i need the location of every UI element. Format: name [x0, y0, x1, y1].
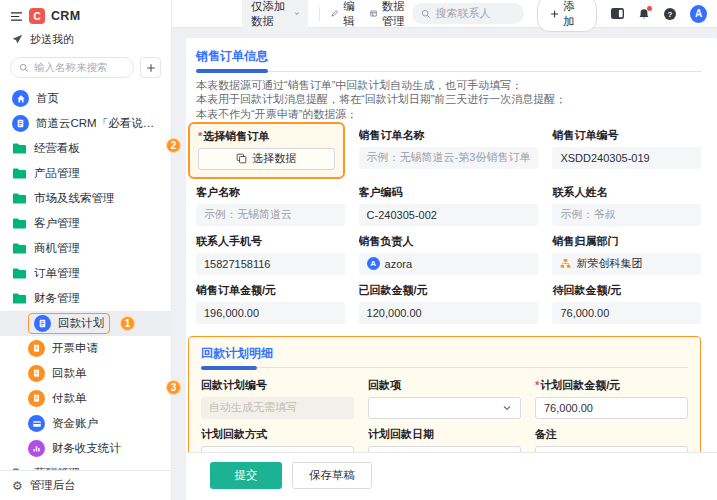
selected-item-outline: 回款计划 — [28, 313, 110, 334]
sidebar-item-finance-stats[interactable]: 财务收支统计 — [0, 436, 171, 461]
sidebar-item-label: 商机管理 — [34, 241, 80, 256]
field-label: 销售订单金额/元 — [196, 283, 345, 298]
field-order-amount: 销售订单金额/元196,000.00 — [196, 283, 345, 324]
field-placeholder: 自动生成无需填写 — [209, 400, 297, 415]
notification-dot — [647, 6, 652, 11]
add-data-mode-button[interactable]: 仅添加数据 — [242, 0, 308, 32]
required-star: * — [535, 379, 539, 391]
field-input[interactable]: 76,000.00 — [535, 397, 688, 419]
submit-button[interactable]: 提交 — [210, 462, 282, 489]
field-value: 15827158116 — [196, 253, 345, 275]
sidebar-item-salary[interactable]: 薪酬管理 — [0, 461, 171, 470]
search-icon — [19, 63, 29, 73]
sheets-icon — [236, 153, 247, 164]
field-value: 76,000.00 — [552, 302, 701, 324]
paper-plane-icon — [12, 34, 23, 45]
section1-grid: *选择销售订单选择数据销售订单名称示例：无锡简道云-第3份销售订单销售订单编号X… — [196, 128, 701, 324]
sidebar-search-input[interactable]: 输入名称来搜索 — [10, 57, 134, 78]
topbar-divider — [319, 7, 320, 21]
data-manage-label: 数据管理 — [382, 0, 412, 29]
field-label: 回款项 — [368, 378, 521, 393]
field-contact-phone: 联系人手机号15827158116 — [196, 234, 345, 275]
field-value-text: 示例：无锡简道云 — [204, 207, 292, 222]
field-select[interactable] — [368, 397, 521, 419]
doc-icon — [12, 115, 29, 132]
field-value-text: 76,000.00 — [544, 402, 593, 414]
field-label: 销售订单名称 — [359, 128, 539, 143]
sidebar-item-order[interactable]: 订单管理 — [0, 261, 171, 286]
add-button[interactable]: 添加 — [537, 0, 597, 32]
edit-label: 编辑 — [343, 0, 358, 29]
sidebar-item-opportunity[interactable]: 商机管理 — [0, 236, 171, 261]
sidebar: C CRM 抄送我的 输入名称来搜索 首页简道云CRM「必看说明」经营看板产品管… — [0, 0, 172, 500]
sidebar-item-invoice-apply[interactable]: 开票申请 — [0, 336, 171, 361]
field-input[interactable] — [535, 446, 688, 452]
callout-badge-1: 1 — [120, 316, 135, 331]
help-icon[interactable]: ? — [663, 7, 677, 21]
field-select[interactable] — [201, 446, 354, 452]
field-label: 备注 — [535, 427, 688, 442]
form-scroll-area: 销售订单信息 本表数据源可通过“销售订单”中回款计划自动生成，也可手动填写；本表… — [186, 38, 717, 452]
topbar: 仅添加数据 编辑 数据管理 搜索联系人 — [172, 0, 717, 28]
crm-logo: C — [29, 8, 45, 24]
field-date[interactable] — [368, 446, 521, 452]
field-plan-no: 回款计划编号自动生成无需填写 — [201, 378, 354, 419]
sidebar-item-dashboard[interactable]: 经营看板 — [0, 136, 171, 161]
card-icon — [28, 415, 45, 432]
folder-icon — [12, 142, 27, 155]
field-value: 120,000.00 — [359, 302, 539, 324]
field-value: C-240305-002 — [359, 204, 539, 226]
notifications-bell-icon[interactable] — [638, 8, 650, 20]
sidebar-item-label: 回款单 — [52, 366, 87, 381]
cc-me-item[interactable]: 抄送我的 — [0, 26, 171, 51]
sidebar-item-label: 订单管理 — [34, 266, 80, 281]
cc-me-label: 抄送我的 — [30, 32, 74, 47]
description-line-1: 本表数据源可通过“销售订单”中回款计划自动生成，也可手动填写； — [196, 78, 701, 92]
sidebar-item-product[interactable]: 产品管理 — [0, 161, 171, 186]
sidebar-item-admin[interactable]: ⚙ 管理后台 — [0, 470, 171, 500]
sidebar-item-fund-account[interactable]: 资金账户 — [0, 411, 171, 436]
org-chart-icon — [560, 258, 571, 269]
main-area: 仅添加数据 编辑 数据管理 搜索联系人 — [172, 0, 717, 500]
callout-badge-3: 3 — [166, 380, 181, 395]
sidebar-item-payment-plan[interactable]: 回款计划1 — [0, 311, 171, 336]
sidebar-item-market-leads[interactable]: 市场及线索管理 — [0, 186, 171, 211]
field-label: 已回款金额/元 — [359, 283, 539, 298]
member-name: azora — [385, 258, 413, 270]
field-value-text: 15827158116 — [204, 258, 270, 270]
data-manage-button[interactable]: 数据管理 — [370, 0, 412, 29]
sidebar-item-label: 财务管理 — [34, 291, 80, 306]
field-value-text: 示例：爷叔 — [560, 207, 615, 222]
select-data-button[interactable]: 选择数据 — [198, 148, 335, 170]
user-avatar[interactable]: A — [690, 5, 707, 23]
sidebar-item-home[interactable]: 首页 — [0, 86, 171, 111]
sidebar-item-label: 资金账户 — [52, 416, 98, 431]
field-label: 客户编码 — [359, 185, 539, 200]
field-remark: 备注 — [535, 427, 688, 452]
select-data-label: 选择数据 — [252, 151, 296, 166]
sidebar-item-customer[interactable]: 客户管理 — [0, 211, 171, 236]
sidebar-item-label: 市场及线索管理 — [34, 191, 115, 206]
sidebar-item-finance[interactable]: 财务管理 — [0, 286, 171, 311]
field-value: 示例：无锡简道云-第3份销售订单 — [359, 147, 539, 169]
field-value: 196,000.00 — [196, 302, 345, 324]
sidebar-item-label: 产品管理 — [34, 166, 80, 181]
brand-name: CRM — [51, 9, 80, 23]
calendar-icon — [501, 451, 512, 452]
contact-search-input[interactable]: 搜索联系人 — [412, 3, 525, 24]
add-data-mode-label: 仅添加数据 — [251, 0, 289, 29]
field-plan-method: 计划回款方式 — [201, 427, 354, 452]
field-plan-item: 回款项 — [368, 378, 521, 419]
hamburger-menu-icon[interactable] — [10, 11, 23, 22]
sidebar-item-guide[interactable]: 简道云CRM「必看说明」 — [0, 111, 171, 136]
sidebar-item-payment-bill[interactable]: 付款单 — [0, 386, 171, 411]
panel-toggle-icon[interactable] — [610, 7, 625, 20]
field-label: 回款计划编号 — [201, 378, 354, 393]
sidebar-item-label: 客户管理 — [34, 216, 80, 231]
sidebar-add-button[interactable] — [140, 57, 161, 78]
save-draft-button[interactable]: 保存草稿 — [292, 462, 372, 489]
field-contact-name: 联系人姓名示例：爷叔 — [552, 185, 701, 226]
receipt-icon — [28, 390, 45, 407]
edit-button[interactable]: 编辑 — [331, 0, 359, 29]
sidebar-item-receipt-bill[interactable]: 回款单 — [0, 361, 171, 386]
